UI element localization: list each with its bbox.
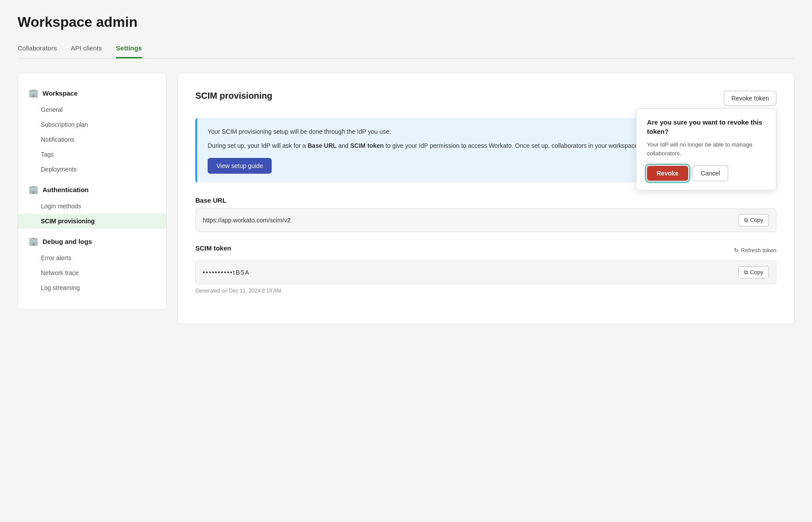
sidebar-item-login-methods[interactable]: Login methods bbox=[18, 199, 166, 214]
base-url-field: https://app.workato.com/scim/v2 ⧉ Copy bbox=[195, 208, 776, 232]
debug-icon: 🏢 bbox=[29, 236, 38, 246]
authentication-icon: 🏢 bbox=[29, 185, 38, 194]
scim-token-field: ••••••••••tB5A ⧉ Copy bbox=[195, 261, 776, 284]
revoke-token-button[interactable]: Revoke token bbox=[724, 91, 776, 106]
view-setup-guide-button[interactable]: View setup guide bbox=[208, 158, 272, 174]
sidebar-item-deployments[interactable]: Deployments bbox=[18, 162, 166, 177]
tab-bar: Collaborators API clients Settings bbox=[18, 41, 794, 59]
main-content: SCIM provisioning Revoke token Are you s… bbox=[177, 73, 794, 324]
scim-header: SCIM provisioning Revoke token Are you s… bbox=[195, 91, 776, 106]
sidebar-item-scim-provisioning[interactable]: SCIM provisioning bbox=[18, 214, 166, 229]
scim-token-section: SCIM token ↻ Refresh token ••••••••••tB5… bbox=[195, 244, 776, 294]
refresh-token-button[interactable]: ↻ Refresh token bbox=[734, 247, 776, 254]
authentication-section-label: Authentication bbox=[43, 186, 89, 193]
content-area: 🏢 Workspace General Subscription plan No… bbox=[18, 73, 794, 324]
scim-token-header: SCIM token ↻ Refresh token bbox=[195, 244, 776, 256]
sidebar-item-subscription-plan[interactable]: Subscription plan bbox=[18, 117, 166, 132]
refresh-token-label: Refresh token bbox=[741, 247, 776, 254]
sidebar: 🏢 Workspace General Subscription plan No… bbox=[18, 73, 167, 310]
sidebar-section-debug-header: 🏢 Debug and logs bbox=[18, 232, 166, 250]
copy-label: Copy bbox=[750, 217, 763, 223]
sidebar-section-debug-logs: 🏢 Debug and logs Error alerts Network tr… bbox=[18, 232, 166, 295]
sidebar-section-workspace-header: 🏢 Workspace bbox=[18, 84, 166, 102]
page-title: Workspace admin bbox=[18, 14, 794, 30]
sidebar-section-authentication: 🏢 Authentication Login methods SCIM prov… bbox=[18, 180, 166, 229]
workspace-icon: 🏢 bbox=[29, 88, 38, 98]
scim-token-copy-button[interactable]: ⧉ Copy bbox=[738, 266, 769, 279]
revoke-confirm-button[interactable]: Revoke bbox=[647, 166, 688, 181]
generated-text: Generated on Dec 11, 2024 8:19 AM. bbox=[195, 288, 776, 294]
sidebar-item-notifications[interactable]: Notifications bbox=[18, 132, 166, 147]
base-url-copy-button[interactable]: ⧉ Copy bbox=[738, 214, 769, 226]
cancel-button[interactable]: Cancel bbox=[693, 165, 729, 181]
base-url-section: Base URL https://app.workato.com/scim/v2… bbox=[195, 197, 776, 232]
revoke-confirmation-popup: Are you sure you want to revoke this tok… bbox=[636, 108, 776, 190]
sidebar-item-tags[interactable]: Tags bbox=[18, 147, 166, 162]
copy-icon: ⧉ bbox=[744, 217, 748, 224]
scim-token-label: SCIM token bbox=[195, 244, 231, 252]
copy-label-token: Copy bbox=[750, 269, 763, 275]
tab-settings[interactable]: Settings bbox=[116, 41, 142, 58]
tab-collaborators[interactable]: Collaborators bbox=[18, 41, 57, 58]
sidebar-item-log-streaming[interactable]: Log streaming bbox=[18, 280, 166, 295]
tab-api-clients[interactable]: API clients bbox=[71, 41, 102, 58]
sidebar-section-authentication-header: 🏢 Authentication bbox=[18, 180, 166, 199]
refresh-icon: ↻ bbox=[734, 247, 739, 254]
copy-icon-token: ⧉ bbox=[744, 269, 748, 276]
popup-description: Your IdP will no longer be able to manag… bbox=[647, 140, 765, 157]
debug-section-label: Debug and logs bbox=[43, 238, 92, 245]
scim-title: SCIM provisioning bbox=[195, 91, 273, 101]
base-url-value: https://app.workato.com/scim/v2 bbox=[203, 217, 738, 224]
sidebar-item-general[interactable]: General bbox=[18, 102, 166, 117]
sidebar-section-workspace: 🏢 Workspace General Subscription plan No… bbox=[18, 84, 166, 177]
scim-token-value: ••••••••••tB5A bbox=[203, 269, 738, 276]
workspace-section-label: Workspace bbox=[43, 89, 78, 97]
popup-actions: Revoke Cancel bbox=[647, 165, 765, 181]
base-url-label: Base URL bbox=[195, 197, 776, 204]
popup-title: Are you sure you want to revoke this tok… bbox=[647, 118, 765, 136]
sidebar-item-error-alerts[interactable]: Error alerts bbox=[18, 250, 166, 265]
sidebar-item-network-trace[interactable]: Network trace bbox=[18, 265, 166, 280]
